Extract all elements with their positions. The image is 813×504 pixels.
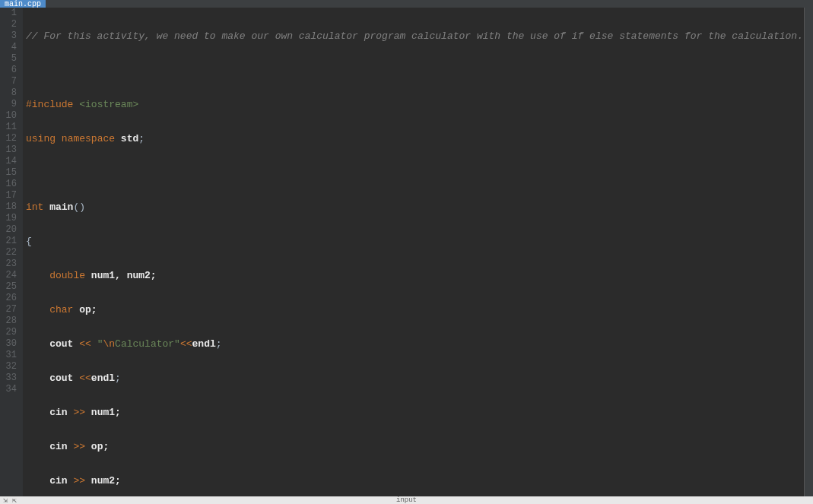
line-number: 11 [3, 122, 17, 133]
line-number: 33 [3, 372, 17, 384]
line-number: 23 [3, 258, 17, 270]
input-panel-label[interactable]: input [396, 496, 417, 504]
line-number: 24 [3, 270, 17, 281]
line-number: 29 [3, 327, 17, 338]
line-number: 13 [3, 144, 17, 156]
line-number: 3 [3, 30, 17, 42]
line-number: 12 [3, 133, 17, 144]
editor-container: 1234567891011121314151617181920212223242… [0, 8, 813, 496]
line-number: 10 [3, 110, 17, 122]
line-number: 5 [3, 53, 17, 65]
line-number: 2 [3, 19, 17, 30]
collapse-icon[interactable]: ⇲ [3, 496, 8, 504]
expand-icon[interactable]: ⇱ [12, 496, 17, 504]
line-number: 9 [3, 99, 17, 110]
line-number: 19 [3, 213, 17, 224]
code-editor[interactable]: // For this activity, we need to make ou… [23, 8, 804, 496]
tab-main-cpp[interactable]: main.cpp [0, 0, 46, 8]
vertical-scrollbar[interactable] [804, 8, 813, 496]
line-number: 17 [3, 190, 17, 201]
line-number: 4 [3, 42, 17, 53]
line-number: 18 [3, 201, 17, 213]
line-number: 1 [3, 8, 17, 19]
tab-bar: main.cpp [0, 0, 813, 8]
line-number: 22 [3, 247, 17, 258]
line-number: 8 [3, 87, 17, 99]
line-number: 7 [3, 76, 17, 87]
line-number: 27 [3, 304, 17, 315]
line-number: 21 [3, 236, 17, 247]
line-number: 15 [3, 167, 17, 179]
line-number: 26 [3, 293, 17, 304]
status-left-icons: ⇲ ⇱ [3, 496, 17, 504]
line-number: 16 [3, 179, 17, 190]
line-number: 31 [3, 350, 17, 361]
line-number: 32 [3, 361, 17, 372]
status-bar: ⇲ ⇱ input [0, 496, 813, 504]
line-number: 25 [3, 281, 17, 293]
line-number: 34 [3, 384, 17, 395]
line-number: 20 [3, 224, 17, 236]
line-number: 28 [3, 315, 17, 327]
line-number: 14 [3, 156, 17, 167]
line-gutter: 1234567891011121314151617181920212223242… [0, 8, 23, 496]
line-number: 30 [3, 338, 17, 350]
comment-line: // For this activity, we need to make ou… [26, 30, 803, 42]
line-number: 6 [3, 65, 17, 76]
